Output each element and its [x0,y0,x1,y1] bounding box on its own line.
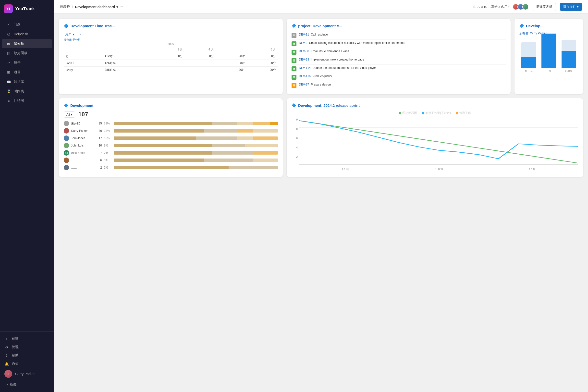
bar-filled [562,51,576,68]
issues-card-title: 🔷 project: Development #... [292,24,506,28]
dist-bar-segment [212,144,245,147]
topbar: 仪表板 / Development dashboard ▾ ··· 由 Ana … [54,0,588,14]
issue-item[interactable]: 普 DEV-114 Update the default thumbnail f… [292,65,506,73]
dist-row[interactable]: Carry Parker 30 28% [64,128,278,134]
time-table-row: Carry 286时 0... 20时 00分 [64,67,278,74]
time-table-row: 总... 412时... 00分 00分 28时 00分 [64,53,278,60]
dist-row[interactable]: 未分配 35 33% [64,121,278,126]
distribution-rows: 未分配 35 33% Carry Parker 30 28% Tom Jones… [64,121,278,170]
develop-chart-title: 🔷 Develop... [520,24,578,28]
dist-row[interactable]: …… 2 2% [64,165,278,170]
sidebar-item-helpdesk[interactable]: ◎Helpdesk [2,30,52,39]
issue-badge: 普 [292,50,296,55]
distribution-card-title: 🔷 Development [64,103,278,108]
time-tracking-icon: 🔷 [64,24,68,28]
dist-bar-segment [114,122,212,125]
collapse-sidebar-button[interactable]: « 折叠 [2,380,52,389]
sidebar-bottom-notify[interactable]: 🔔通知 [2,360,52,368]
sidebar-item-knowledge[interactable]: 📖知识库 [2,77,52,86]
dist-bar-segment [253,136,278,140]
sidebar-item-agile[interactable]: ▤敏捷面板 [2,48,52,58]
sidebar-item-issues[interactable]: ✓问题 [2,20,52,29]
issue-badge: 普 [292,66,296,71]
bar-filled [521,57,536,68]
time-tracking-card: 🔷 Development Time Trac... 用户 ▾ » 按分组 无分… [59,18,283,94]
dist-avatar [64,158,69,163]
dist-row[interactable]: …… 6 6% [64,158,278,163]
develop-icon: 🔷 [520,24,524,28]
dist-bar-segment [237,129,253,132]
dist-bar-segment [114,151,212,154]
dashboard-icon: ⊞ [6,42,11,46]
legend-item: 理想燃尽图 [399,111,417,115]
sidebar-bottom-manage[interactable]: ⚙管理 [2,343,52,351]
issue-badge: 普 [292,75,296,80]
current-page-title: Development dashboard [75,5,115,9]
year-label: 2020 [64,42,278,46]
legend-dot [399,112,401,114]
gantt-icon: ≡ [6,99,11,103]
topbar-right: 由 Ana B. 共享给 3 名用户 新建仪表板 添加微件 ▾ [473,3,582,11]
sidebar-item-dashboard[interactable]: ⊞仪表板 [2,39,52,48]
sidebar-bottom-create[interactable]: +创建 [2,335,52,343]
legend-dot [422,112,424,114]
user-filter-button[interactable]: 用户 ▾ [64,32,76,37]
bar-label: 已修复 [565,69,572,73]
bar-label: 打开,… [525,69,533,73]
sidebar-bottom-help[interactable]: ?帮助 [2,351,52,360]
chart-y-labels: 98642 [292,118,298,165]
user-profile-item[interactable]: CP Carry Parker [2,368,52,380]
chart-x-labels: 1 11月1 12月1 1月 [299,166,578,172]
dist-row[interactable]: Tom Jones 17 16% [64,136,278,141]
sidebar-item-timesheet[interactable]: ⏳时间表 [2,87,52,96]
collapse-icon: « [6,383,8,386]
add-widget-button[interactable]: 添加微件 ▾ [560,3,582,11]
dist-bar-segment [237,122,253,125]
sidebar: YT YouTrack ✓问题◎Helpdesk⊞仪表板▤敏捷面板↗报告⊞项目📖… [0,0,54,392]
dist-row[interactable]: AS Alex Smith 7 7% [64,150,278,156]
issue-item[interactable]: 普 DEV-30 Email issue from Anna Evans [292,48,506,56]
sprint-icon: 🔷 [292,103,296,108]
dist-row[interactable]: John Luis 10 9% [64,143,278,148]
time-nav-forward[interactable]: » [78,32,82,37]
shared-avatars [512,4,529,10]
issue-item[interactable]: 普 DEV-2 Smart-casting fails to infer nul… [292,40,506,48]
grid-icon: ⊞ [6,70,11,74]
issue-item[interactable]: 不 DEV-11 Call resolution [292,31,506,40]
shared-avatar-3 [522,4,529,10]
plus-icon: + [4,337,9,341]
sidebar-nav: ✓问题◎Helpdesk⊞仪表板▤敏捷面板↗报告⊞项目📖知识库⏳时间表≡甘特图 [0,18,54,332]
sprint-card-title: 🔷 Development: 2024.2 release sprint [292,103,578,108]
sidebar-item-reports[interactable]: ↗报告 [2,58,52,68]
main-content: 仪表板 / Development dashboard ▾ ··· 由 Ana … [54,0,588,392]
remaining-line [299,121,578,159]
sidebar-item-projects[interactable]: ⊞项目 [2,68,52,77]
dist-bar-segment [228,166,278,169]
legend-dot [456,112,458,114]
dist-bar-segment [114,129,204,132]
sidebar-item-gantt[interactable]: ≡甘特图 [2,96,52,106]
breadcrumb: 仪表板 / Development dashboard ▾ ··· [60,5,123,9]
question-icon: ? [4,353,9,358]
breadcrumb-root[interactable]: 仪表板 [60,5,70,9]
dist-bar-segment [114,166,228,169]
dist-bar-segment [114,158,204,162]
issue-badge: 普 [292,58,296,63]
issues-list: 不 DEV-11 Call resolution 普 DEV-2 Smart-c… [292,31,506,90]
dist-bar [114,144,278,147]
collapse-label: 折叠 [10,382,16,386]
issues-icon: 🔷 [292,24,296,28]
x-axis-label: 1 1月 [529,167,535,171]
all-filter-button[interactable]: All ▾ [64,112,75,118]
new-dashboard-button[interactable]: 新建仪表板 [533,3,556,11]
user-filter-arrow: ▾ [72,32,74,36]
more-options-icon[interactable]: ··· [120,5,123,9]
bell-icon: 🔔 [4,362,9,366]
issue-item[interactable]: 普 DEV-93 Implement our newly created hom… [292,56,506,65]
issue-item[interactable]: 重 DEV-97 Prepare design [292,81,506,90]
issue-item[interactable]: 普 DEV-116 Product quality [292,73,506,81]
dropdown-arrow-icon[interactable]: ▾ [116,5,118,9]
y-axis-label: 4 [292,146,298,149]
dist-bar-segment [204,129,237,132]
sprint-chart: 98642 1 11月1 12月1 1月 [292,118,578,172]
